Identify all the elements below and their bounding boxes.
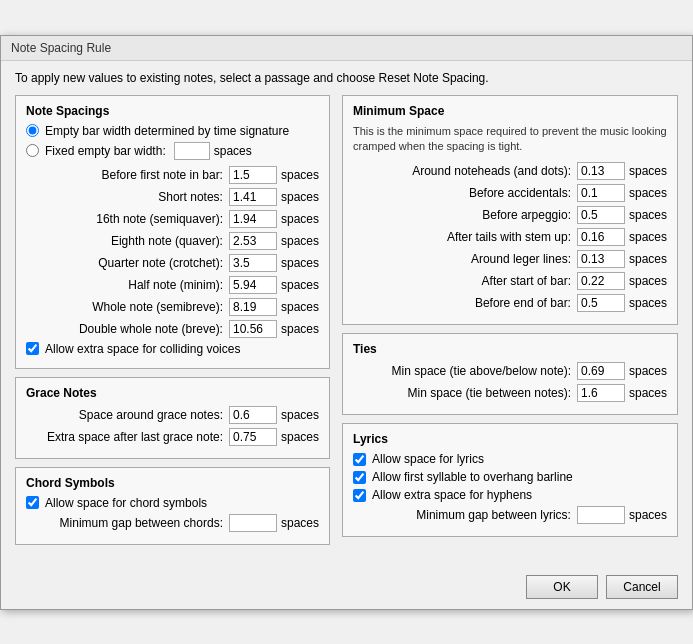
- lyrics-section: Lyrics Allow space for lyrics Allow firs…: [342, 423, 678, 537]
- info-text: To apply new values to existing notes, s…: [15, 71, 678, 85]
- radio-fixed-row[interactable]: Fixed empty bar width: 12 spaces: [26, 142, 319, 160]
- min-field-label-0: Around noteheads (and dots):: [412, 164, 571, 178]
- field-input-5[interactable]: [229, 276, 277, 294]
- min-space-title: Minimum Space: [353, 104, 667, 118]
- ties-field-row-1: Min space (tie between notes): spaces: [353, 384, 667, 402]
- grace-notes-section: Grace Notes Space around grace notes: sp…: [15, 377, 330, 459]
- field-label-4: Quarter note (crotchet):: [98, 256, 223, 270]
- ties-field-unit-0: spaces: [629, 364, 667, 378]
- lyrics-checkbox-row-0[interactable]: Allow space for lyrics: [353, 452, 667, 466]
- field-row-4: Quarter note (crotchet): spaces: [26, 254, 319, 272]
- lyrics-checkbox-1[interactable]: [353, 471, 366, 484]
- dialog-titlebar: Note Spacing Rule: [1, 36, 692, 61]
- chord-min-row: Minimum gap between chords: 1 spaces: [26, 514, 319, 532]
- field-label-5: Half note (minim):: [128, 278, 223, 292]
- grace-notes-title: Grace Notes: [26, 386, 319, 400]
- note-spacings-section: Note Spacings Empty bar width determined…: [15, 95, 330, 369]
- field-row-6: Whole note (semibreve): spaces: [26, 298, 319, 316]
- note-spacings-title: Note Spacings: [26, 104, 319, 118]
- ties-field-label-0: Min space (tie above/below note):: [392, 364, 571, 378]
- min-field-input-5[interactable]: [577, 272, 625, 290]
- lyrics-checkbox-label-2: Allow extra space for hyphens: [372, 488, 532, 502]
- field-unit-3: spaces: [281, 234, 319, 248]
- ok-button[interactable]: OK: [526, 575, 598, 599]
- min-field-row-5: After start of bar: spaces: [353, 272, 667, 290]
- min-field-label-4: Around leger lines:: [471, 252, 571, 266]
- field-label-3: Eighth note (quaver):: [111, 234, 223, 248]
- ties-field-label-1: Min space (tie between notes):: [408, 386, 571, 400]
- chord-space-checkbox[interactable]: [26, 496, 39, 509]
- min-field-input-3[interactable]: [577, 228, 625, 246]
- chord-space-row[interactable]: Allow space for chord symbols: [26, 496, 319, 510]
- grace-field-label-0: Space around grace notes:: [79, 408, 223, 422]
- lyrics-checkbox-0[interactable]: [353, 453, 366, 466]
- min-field-unit-2: spaces: [629, 208, 667, 222]
- field-row-0: Before first note in bar: spaces: [26, 166, 319, 184]
- cancel-button[interactable]: Cancel: [606, 575, 678, 599]
- colliding-voices-row[interactable]: Allow extra space for colliding voices: [26, 342, 319, 356]
- right-column: Minimum Space This is the minimum space …: [342, 95, 678, 553]
- field-label-7: Double whole note (breve):: [79, 322, 223, 336]
- min-field-unit-3: spaces: [629, 230, 667, 244]
- lyrics-checkbox-row-2[interactable]: Allow extra space for hyphens: [353, 488, 667, 502]
- field-input-4[interactable]: [229, 254, 277, 272]
- min-field-row-1: Before accidentals: spaces: [353, 184, 667, 202]
- columns: Note Spacings Empty bar width determined…: [15, 95, 678, 553]
- dialog-footer: OK Cancel: [1, 567, 692, 609]
- radio-time-sig-row[interactable]: Empty bar width determined by time signa…: [26, 124, 319, 138]
- radio-time-sig-label: Empty bar width determined by time signa…: [45, 124, 289, 138]
- min-field-input-2[interactable]: [577, 206, 625, 224]
- fixed-bar-unit: spaces: [214, 144, 252, 158]
- field-row-1: Short notes: spaces: [26, 188, 319, 206]
- radio-time-sig[interactable]: [26, 124, 39, 137]
- min-field-unit-1: spaces: [629, 186, 667, 200]
- min-space-section: Minimum Space This is the minimum space …: [342, 95, 678, 326]
- lyrics-min-label: Minimum gap between lyrics:: [416, 508, 571, 522]
- field-unit-4: spaces: [281, 256, 319, 270]
- fixed-bar-input[interactable]: 12: [174, 142, 210, 160]
- field-input-7[interactable]: [229, 320, 277, 338]
- radio-fixed-label: Fixed empty bar width:: [45, 144, 166, 158]
- ties-field-input-1[interactable]: [577, 384, 625, 402]
- chord-min-input[interactable]: 1: [229, 514, 277, 532]
- ties-field-row-0: Min space (tie above/below note): spaces: [353, 362, 667, 380]
- min-field-label-5: After start of bar:: [482, 274, 571, 288]
- min-field-unit-5: spaces: [629, 274, 667, 288]
- field-label-6: Whole note (semibreve):: [92, 300, 223, 314]
- ties-field-input-0[interactable]: [577, 362, 625, 380]
- field-input-1[interactable]: [229, 188, 277, 206]
- lyrics-min-input[interactable]: 0.75: [577, 506, 625, 524]
- min-field-unit-6: spaces: [629, 296, 667, 310]
- min-field-row-0: Around noteheads (and dots): spaces: [353, 162, 667, 180]
- lyrics-checkbox-2[interactable]: [353, 489, 366, 502]
- min-field-input-1[interactable]: [577, 184, 625, 202]
- lyrics-title: Lyrics: [353, 432, 667, 446]
- grace-field-row-0: Space around grace notes: spaces: [26, 406, 319, 424]
- field-input-0[interactable]: [229, 166, 277, 184]
- radio-fixed[interactable]: [26, 144, 39, 157]
- field-row-3: Eighth note (quaver): spaces: [26, 232, 319, 250]
- field-unit-0: spaces: [281, 168, 319, 182]
- lyrics-checkbox-row-1[interactable]: Allow first syllable to overhang barline: [353, 470, 667, 484]
- field-input-3[interactable]: [229, 232, 277, 250]
- min-field-input-0[interactable]: [577, 162, 625, 180]
- grace-field-input-0[interactable]: [229, 406, 277, 424]
- lyrics-min-row: Minimum gap between lyrics: 0.75 spaces: [353, 506, 667, 524]
- min-field-row-2: Before arpeggio: spaces: [353, 206, 667, 224]
- min-field-input-4[interactable]: [577, 250, 625, 268]
- grace-field-input-1[interactable]: [229, 428, 277, 446]
- field-input-2[interactable]: [229, 210, 277, 228]
- note-spacing-dialog: Note Spacing Rule To apply new values to…: [0, 35, 693, 610]
- min-field-input-6[interactable]: [577, 294, 625, 312]
- ties-section: Ties Min space (tie above/below note): s…: [342, 333, 678, 415]
- min-field-label-2: Before arpeggio:: [482, 208, 571, 222]
- dialog-body: To apply new values to existing notes, s…: [1, 61, 692, 567]
- field-input-6[interactable]: [229, 298, 277, 316]
- field-unit-6: spaces: [281, 300, 319, 314]
- grace-field-row-1: Extra space after last grace note: space…: [26, 428, 319, 446]
- colliding-voices-checkbox[interactable]: [26, 342, 39, 355]
- min-field-row-4: Around leger lines: spaces: [353, 250, 667, 268]
- lyrics-checkbox-label-1: Allow first syllable to overhang barline: [372, 470, 573, 484]
- chord-min-label: Minimum gap between chords:: [60, 516, 223, 530]
- min-field-unit-4: spaces: [629, 252, 667, 266]
